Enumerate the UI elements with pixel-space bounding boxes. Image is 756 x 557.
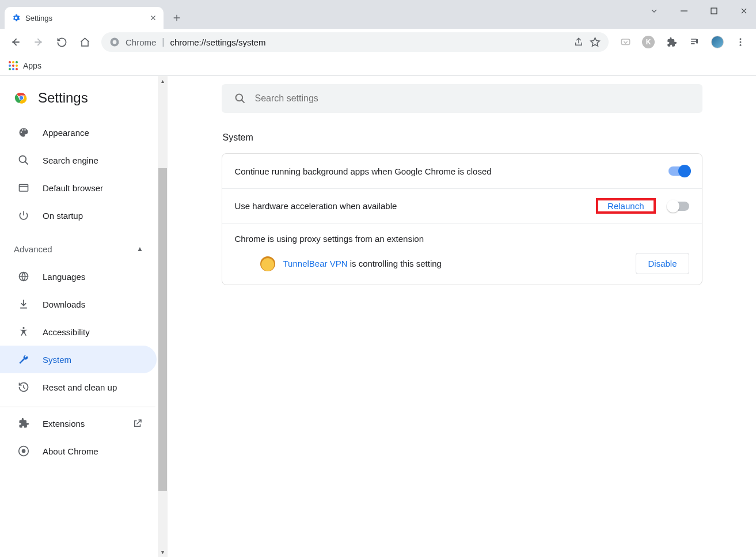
scroll-up-icon[interactable]: ▴ bbox=[158, 76, 168, 86]
site-chrome-icon bbox=[109, 37, 120, 47]
window-close-button[interactable] bbox=[734, 2, 754, 20]
svg-point-2 bbox=[113, 40, 117, 44]
browser-tab[interactable]: Settings bbox=[5, 7, 164, 29]
disable-button[interactable]: Disable bbox=[636, 253, 689, 274]
svg-point-12 bbox=[16, 65, 18, 67]
download-icon bbox=[17, 298, 30, 310]
sidebar-item-on-startup[interactable]: On startup bbox=[0, 202, 157, 229]
search-settings-box[interactable] bbox=[222, 84, 702, 113]
sidebar-item-appearance[interactable]: Appearance bbox=[0, 119, 157, 146]
puzzle-icon bbox=[17, 418, 30, 429]
relaunch-button[interactable]: Relaunch bbox=[599, 196, 652, 215]
new-tab-button[interactable] bbox=[167, 8, 187, 28]
extension-name-link[interactable]: TunnelBear VPN bbox=[283, 259, 348, 268]
extension-k-icon[interactable]: K bbox=[639, 32, 658, 52]
chrome-logo-icon bbox=[14, 90, 29, 105]
apps-grid-icon[interactable] bbox=[8, 60, 18, 71]
annotation-highlight: Relaunch bbox=[596, 198, 655, 214]
svg-point-4 bbox=[740, 38, 742, 40]
toggle-background-apps[interactable] bbox=[668, 166, 689, 176]
row-background-apps: Continue running background apps when Go… bbox=[222, 154, 702, 188]
window-minimize-button[interactable] bbox=[674, 2, 694, 20]
row-hardware-acceleration: Use hardware acceleration when available… bbox=[222, 188, 702, 223]
search-input[interactable] bbox=[255, 93, 690, 104]
chrome-outline-icon bbox=[17, 445, 30, 457]
search-icon bbox=[17, 154, 30, 166]
omnibox-label: Chrome bbox=[126, 37, 156, 47]
browser-toolbar: Chrome | chrome://settings/system K bbox=[0, 29, 756, 55]
proxy-heading: Chrome is using proxy settings from an e… bbox=[235, 234, 689, 244]
svg-point-9 bbox=[16, 61, 18, 63]
sidebar-item-label: Extensions bbox=[43, 419, 85, 429]
apps-bookmark[interactable]: Apps bbox=[23, 61, 41, 70]
bookmark-star-icon[interactable] bbox=[590, 37, 601, 48]
sidebar-item-languages[interactable]: Languages bbox=[0, 263, 157, 290]
share-icon[interactable] bbox=[573, 37, 584, 47]
reading-list-icon[interactable] bbox=[685, 32, 704, 52]
row-label: Use hardware acceleration when available bbox=[235, 201, 597, 211]
sidebar-item-label: Appearance bbox=[43, 128, 89, 138]
divider bbox=[0, 407, 155, 407]
nav-back-button[interactable] bbox=[6, 32, 25, 52]
window-maximize-button[interactable] bbox=[704, 2, 724, 20]
sidebar-item-label: Languages bbox=[43, 272, 85, 282]
svg-point-14 bbox=[12, 68, 14, 70]
scroll-down-icon[interactable]: ▾ bbox=[158, 547, 168, 557]
settings-sidebar: Settings Appearance Search engine Defaul… bbox=[0, 76, 168, 557]
sidebar-item-about-chrome[interactable]: About Chrome bbox=[0, 437, 157, 465]
sidebar-item-label: System bbox=[43, 355, 71, 365]
nav-home-button[interactable] bbox=[75, 32, 94, 52]
extensions-puzzle-icon[interactable] bbox=[662, 32, 681, 52]
browser-menu-button[interactable] bbox=[731, 32, 750, 52]
svg-point-8 bbox=[12, 61, 14, 63]
address-bar[interactable]: Chrome | chrome://settings/system bbox=[101, 32, 609, 52]
palette-icon bbox=[17, 127, 30, 138]
scrollbar-thumb[interactable] bbox=[158, 168, 167, 491]
sidebar-item-downloads[interactable]: Downloads bbox=[0, 290, 157, 318]
pocket-extension-icon[interactable] bbox=[616, 32, 635, 52]
sidebar-item-default-browser[interactable]: Default browser bbox=[0, 174, 157, 202]
svg-point-25 bbox=[235, 94, 242, 101]
svg-point-24 bbox=[22, 449, 26, 453]
sidebar-item-extensions[interactable]: Extensions bbox=[0, 410, 157, 437]
sidebar-item-label: Accessibility bbox=[43, 327, 90, 337]
gear-icon bbox=[12, 13, 21, 22]
nav-forward-button[interactable] bbox=[29, 32, 48, 52]
svg-point-15 bbox=[16, 68, 18, 70]
svg-point-5 bbox=[740, 41, 742, 43]
extension-tail-text: is controlling this setting bbox=[348, 259, 442, 268]
sidebar-item-search-engine[interactable]: Search engine bbox=[0, 146, 157, 174]
search-icon bbox=[234, 93, 246, 104]
sidebar-item-label: Reset and clean up bbox=[43, 382, 117, 392]
svg-point-19 bbox=[20, 156, 26, 163]
tab-close-icon[interactable] bbox=[150, 14, 157, 21]
sidebar-item-system[interactable]: System bbox=[0, 346, 157, 373]
tunnelbear-icon bbox=[260, 256, 275, 271]
power-icon bbox=[17, 210, 30, 221]
wrench-icon bbox=[17, 354, 30, 365]
toggle-hardware-acceleration[interactable] bbox=[668, 202, 689, 211]
sidebar-item-accessibility[interactable]: Accessibility bbox=[0, 318, 157, 346]
sidebar-item-label: Downloads bbox=[43, 300, 85, 309]
sidebar-item-reset[interactable]: Reset and clean up bbox=[0, 373, 157, 401]
advanced-section-toggle[interactable]: Advanced ▲ bbox=[0, 235, 168, 263]
section-title: System bbox=[223, 132, 702, 143]
sidebar-scrollbar[interactable]: ▴ ▾ bbox=[158, 76, 168, 557]
tab-title: Settings bbox=[25, 14, 145, 22]
row-label: Continue running background apps when Go… bbox=[235, 166, 668, 176]
advanced-label: Advanced bbox=[14, 244, 52, 254]
svg-point-22 bbox=[22, 327, 24, 329]
chevron-up-icon: ▲ bbox=[136, 245, 143, 253]
tab-search-chevron-icon[interactable] bbox=[644, 2, 664, 20]
profile-avatar[interactable] bbox=[708, 32, 727, 52]
nav-reload-button[interactable] bbox=[52, 32, 71, 52]
globe-icon bbox=[17, 271, 30, 282]
sidebar-item-label: Default browser bbox=[43, 183, 103, 193]
system-settings-card: Continue running background apps when Go… bbox=[222, 153, 702, 285]
browser-window-icon bbox=[17, 182, 30, 194]
accessibility-icon bbox=[17, 326, 30, 338]
omnibox-url: chrome://settings/system bbox=[170, 37, 266, 47]
svg-point-6 bbox=[740, 44, 742, 46]
sidebar-item-label: Search engine bbox=[43, 156, 98, 165]
sidebar-item-label: About Chrome bbox=[43, 446, 98, 456]
